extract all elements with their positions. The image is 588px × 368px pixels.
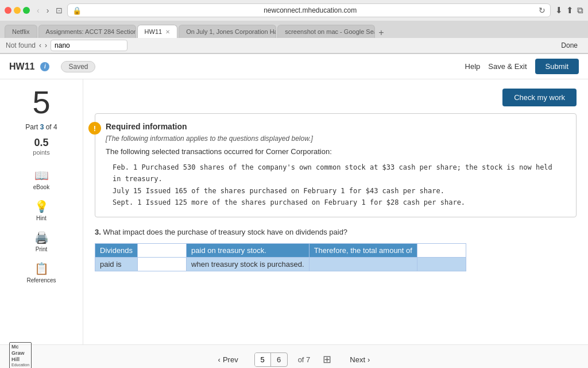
points-label: points (33, 149, 49, 156)
answer-table: Dividends paid on treasury stock. Theref… (95, 243, 466, 271)
page-input-1[interactable] (255, 353, 271, 366)
hint-icon: 💡 (34, 200, 49, 213)
tab-jones[interactable]: On July 1, Jones Corporation Had The Fol… (179, 25, 276, 38)
print-btn[interactable]: 🖨️ Print (21, 227, 61, 256)
find-next-btn[interactable]: › (45, 41, 47, 49)
hw-title: HW11 (9, 62, 34, 72)
page-indicator: 6 (254, 352, 288, 367)
transaction-4: Sept. 1 Issued 125 more of the shares pu… (113, 197, 566, 208)
help-btn[interactable]: Help (465, 62, 481, 71)
saved-badge: Saved (61, 61, 95, 72)
info-box: ! Required information [The following in… (95, 113, 577, 217)
browser-controls (5, 7, 30, 14)
cell-dividends: Dividends (95, 243, 138, 257)
tab-close-icon[interactable]: ✕ (165, 29, 170, 35)
tab-screenshot[interactable]: screenshot on mac - Google Search (277, 25, 375, 38)
info-transactions: Feb. 1 Purchased 530 shares of the compa… (106, 162, 566, 209)
references-icon: 📋 (34, 262, 49, 275)
cell-input-3[interactable] (138, 257, 187, 271)
find-input[interactable] (55, 41, 123, 49)
find-bar: Not found ‹ › Done (0, 38, 588, 53)
cell-empty-1 (309, 257, 417, 271)
header-actions: Help Save & Exit Submit (465, 59, 579, 74)
info-title: Required information (106, 122, 566, 131)
cell-input-1[interactable] (138, 243, 187, 257)
references-btn[interactable]: 📋 References (21, 258, 61, 287)
of-total-label: of 7 (298, 355, 311, 364)
minimize-btn[interactable] (14, 7, 21, 14)
ebook-label: eBook (33, 184, 49, 190)
check-my-work-btn[interactable]: Check my work (502, 89, 577, 106)
references-label: References (26, 277, 56, 283)
content-area: Check my work ! Required information [Th… (83, 79, 588, 344)
maximize-btn[interactable] (23, 7, 30, 14)
transaction-1: Feb. 1 Purchased 530 shares of the compa… (113, 162, 566, 173)
ebook-btn[interactable]: 📖 eBook (21, 165, 61, 194)
prev-arrow-icon: ‹ (218, 355, 220, 364)
app-header: HW11 i Saved Help Save & Exit Submit (0, 54, 588, 79)
mgh-logo: Mc Graw Hill Education (9, 342, 32, 368)
find-input-wrap (51, 40, 127, 51)
ebook-icon: 📖 (34, 168, 49, 182)
print-label: Print (36, 246, 48, 252)
cell-paid-is: paid is (95, 257, 138, 271)
print-icon: 🖨️ (34, 231, 49, 244)
forward-btn[interactable]: › (44, 6, 52, 15)
not-found-label: Not found (6, 41, 36, 49)
tab-label: screenshot on mac - Google Search (285, 28, 375, 35)
reload-btn[interactable]: ↻ (539, 6, 546, 15)
part-label: Part (25, 123, 38, 131)
info-subtitle: [The following information applies to th… (106, 135, 566, 143)
new-tab-btn[interactable]: + (378, 28, 384, 38)
tab-label: HW11 (145, 28, 163, 35)
question-text: 3. What impact does the purchase of trea… (95, 228, 577, 236)
cell-input-2[interactable] (417, 243, 466, 257)
close-btn[interactable] (5, 7, 11, 14)
transaction-2: in treasury. (113, 173, 566, 185)
tab-label: Assignments: ACCT 284 Sections A and XW … (46, 28, 136, 35)
answer-row-1: Dividends paid on treasury stock. Theref… (95, 243, 466, 257)
part-of: of 4 (46, 123, 57, 131)
browser-chrome: ‹ › ⊡ 🔒 newconnect.mheducation.com ↻ ⬇ ⬆… (0, 0, 588, 54)
left-sidebar: 5 Part 3 of 4 0.5 points 📖 eBook 💡 Hint … (0, 79, 83, 344)
submit-btn[interactable]: Submit (535, 59, 579, 74)
share-btn[interactable]: ⬆ (566, 5, 574, 16)
tab-assignments[interactable]: Assignments: ACCT 284 Sections A and XW … (38, 25, 136, 38)
tab-netflix[interactable]: Netflix (5, 25, 37, 38)
input-field-3[interactable] (139, 260, 185, 269)
next-label: Next (350, 355, 365, 364)
question-number: 5 (32, 86, 50, 118)
tab-label: Netflix (12, 28, 30, 35)
window-btn[interactable]: ⊡ (56, 6, 63, 15)
next-btn[interactable]: Next › (341, 352, 379, 367)
sidebar-tools: 📖 eBook 💡 Hint 🖨️ Print 📋 References (5, 165, 78, 287)
info-icon[interactable]: i (40, 62, 49, 71)
back-btn[interactable]: ‹ (34, 6, 42, 15)
points-value: 0.5 (34, 137, 48, 149)
main-content: 5 Part 3 of 4 0.5 points 📖 eBook 💡 Hint … (0, 79, 588, 344)
input-field-2[interactable] (419, 246, 465, 255)
input-field-1[interactable] (139, 246, 185, 255)
question-num: 3. (95, 228, 101, 236)
save-exit-btn[interactable]: Save & Exit (488, 62, 527, 71)
find-done-btn[interactable]: Done (556, 40, 582, 51)
find-prev-btn[interactable]: ‹ (39, 41, 41, 49)
address-bar[interactable]: 🔒 newconnect.mheducation.com ↻ (67, 3, 551, 17)
download-btn[interactable]: ⬇ (555, 5, 563, 16)
prev-btn[interactable]: ‹ Prev (209, 352, 247, 367)
cell-therefore: Therefore, the total amount of (309, 243, 417, 257)
tab-hw11[interactable]: HW11 ✕ (137, 25, 178, 38)
browser-nav: ‹ › (34, 6, 51, 15)
grid-view-btn[interactable]: ⊞ (320, 351, 334, 368)
cell-empty-2 (417, 257, 466, 271)
part-num: 3 (40, 123, 44, 131)
part-indicator: Part 3 of 4 (25, 123, 57, 131)
transaction-3: July 15 Issued 165 of the shares purchas… (113, 185, 566, 197)
hint-btn[interactable]: 💡 Hint (21, 196, 61, 225)
more-btn[interactable]: ⧉ (577, 5, 583, 16)
app: HW11 i Saved Help Save & Exit Submit 5 P… (0, 54, 588, 368)
bottom-nav: Mc Graw Hill Education ‹ Prev 6 of 7 ⊞ N… (0, 344, 588, 368)
exclamation-icon: ! (88, 122, 101, 135)
cell-when-treasury: when treasury stock is purchased. (187, 257, 310, 271)
browser-actions: ⬇ ⬆ ⧉ (555, 5, 583, 16)
